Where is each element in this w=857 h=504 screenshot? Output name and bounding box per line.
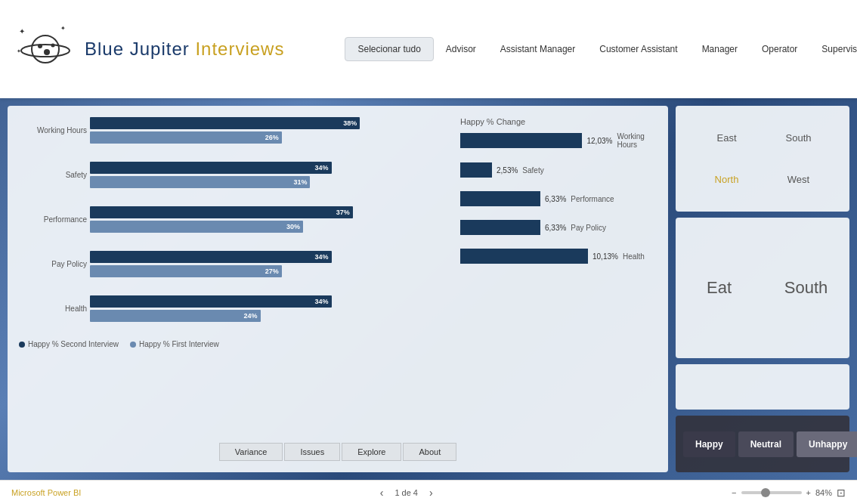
hchange-working-hours: 12,03% Working Hours	[460, 132, 657, 149]
bar-pp-dark: 34%	[90, 251, 332, 263]
footer-right: − + 84% ⊡	[732, 487, 846, 499]
south-label-main: South	[763, 218, 849, 358]
bar-row-paypolicy: Pay Policy 34% 27%	[19, 251, 445, 277]
nav-assistant-manager[interactable]: Assistant Manager	[488, 38, 587, 60]
bar-group-working-hours: Working Hours 38% 26%	[19, 117, 445, 145]
region-west[interactable]: West	[787, 174, 809, 185]
bar-pp-medium: 27%	[90, 265, 282, 277]
bar-group-safety: Safety 34% 31%	[19, 162, 445, 190]
tab-variance[interactable]: Variance	[219, 443, 283, 461]
svg-text:✦: ✦	[60, 25, 66, 32]
eat-label: Eat	[676, 218, 763, 358]
bar-perf-medium: 30%	[90, 221, 303, 233]
power-bi-link[interactable]: Microsoft Power BI	[11, 488, 81, 497]
bar-wh-dark: 38%	[90, 117, 360, 129]
hchange-pct-perf: 6,33%	[545, 195, 566, 203]
hchange-bar-health	[460, 249, 588, 264]
bar-h-dark: 34%	[90, 295, 332, 308]
nav-customer-assistant[interactable]: Customer Assistant	[587, 38, 689, 60]
region-south[interactable]: South	[786, 132, 812, 144]
right-panel: East Eat South North West	[676, 106, 849, 472]
sentiment-unhappy-btn[interactable]: Unhappy	[797, 431, 857, 457]
hchange-lbl-health: Health	[623, 252, 645, 261]
nav-items: Selecionar tudo Advisor Assistant Manage…	[345, 37, 857, 61]
bar-row-health: Health 34% 24%	[19, 295, 445, 322]
charts-row: Working Hours 38% 26%	[19, 117, 657, 437]
hchange-safety: 2,53% Safety	[460, 162, 657, 178]
page-indicator: 1 de 4	[394, 488, 418, 497]
bar-row-working-hours-1: Working Hours 38% 26%	[19, 117, 445, 144]
hchange-lbl-wh: Working Hours	[617, 132, 657, 149]
nav-operator[interactable]: Operator	[750, 38, 809, 60]
svg-text:✦: ✦	[19, 27, 25, 36]
region-west-area[interactable]: West	[763, 159, 834, 200]
nav-supervisor[interactable]: Supervisor	[809, 38, 857, 60]
sentiment-happy-btn[interactable]: Happy	[683, 431, 735, 457]
sentiment-neutral-btn[interactable]: Neutral	[738, 431, 794, 457]
legend-first: Happy % First Interview	[130, 340, 219, 348]
svg-point-5	[38, 44, 42, 48]
hchange-lbl-pp: Pay Policy	[571, 224, 606, 232]
bar-label-health: Health	[19, 305, 87, 313]
bar-group-performance: Performance 37% 30%	[19, 206, 445, 234]
fit-page-icon[interactable]: ⊡	[837, 487, 846, 499]
logo-area: ✦ ✦ ✦ Blue Jupiter Interviews	[15, 19, 284, 79]
empty-panel-2	[676, 364, 849, 410]
content-area: Working Hours 38% 26%	[0, 98, 857, 480]
hchange-lbl-perf: Performance	[571, 195, 614, 203]
happy-change-section: Happy % Change 12,03% Working Hours 2,53…	[460, 117, 657, 437]
header: ✦ ✦ ✦ Blue Jupiter Interviews	[0, 0, 857, 98]
bar-label-safety: Safety	[19, 171, 87, 179]
svg-point-6	[44, 49, 50, 55]
bar-safety-medium: 31%	[90, 176, 310, 188]
main-panel: Working Hours 38% 26%	[8, 106, 668, 472]
zoom-level: 84%	[815, 488, 832, 497]
svg-point-7	[51, 44, 55, 48]
hchange-paypolicy: 6,33% Pay Policy	[460, 220, 657, 235]
nav-manager[interactable]: Manager	[690, 38, 750, 60]
hchange-bar-safety	[460, 162, 492, 178]
app-title: Blue Jupiter Interviews	[85, 39, 284, 60]
bar-row-performance: Performance 37% 30%	[19, 206, 445, 233]
legend-dot-second	[19, 342, 25, 348]
zoom-minus[interactable]: −	[732, 488, 736, 497]
bar-chart-section: Working Hours 38% 26%	[19, 117, 453, 437]
svg-point-4	[32, 36, 59, 63]
region-panel: East Eat South North West	[676, 106, 849, 212]
region-south-area[interactable]: South	[763, 117, 834, 159]
bar-label-performance: Performance	[19, 215, 87, 224]
bar-group-paypolicy: Pay Policy 34% 27%	[19, 251, 445, 279]
tab-issues[interactable]: Issues	[284, 443, 340, 461]
hchange-performance: 6,33% Performance	[460, 191, 657, 206]
hchange-pct-pp: 6,33%	[545, 224, 566, 232]
chart-legend: Happy % Second Interview Happy % First I…	[19, 340, 445, 348]
hchange-bar-perf	[460, 191, 540, 206]
hchange-pct-health: 10,13%	[592, 252, 618, 261]
zoom-slider[interactable]	[741, 491, 802, 494]
empty-panel-1: Eat South	[676, 218, 849, 358]
zoom-plus[interactable]: +	[806, 488, 811, 497]
nav-selecionar[interactable]: Selecionar tudo	[345, 37, 433, 61]
legend-dot-first	[130, 342, 136, 348]
region-north[interactable]: North	[715, 174, 739, 185]
tab-explore[interactable]: Explore	[342, 443, 401, 461]
hchange-lbl-safety: Safety	[522, 166, 543, 175]
hchange-health: 10,13% Health	[460, 249, 657, 264]
bar-label-working-hours: Working Hours	[19, 126, 87, 135]
nav-advisor[interactable]: Advisor	[434, 38, 488, 60]
bar-group-health: Health 34% 24%	[19, 295, 445, 323]
bar-row-safety: Safety 34% 31%	[19, 162, 445, 188]
footer-center: ‹ 1 de 4 ›	[376, 487, 437, 499]
page-prev-btn[interactable]: ‹	[376, 487, 388, 499]
page-next-btn[interactable]: ›	[425, 487, 437, 499]
legend-second: Happy % Second Interview	[19, 340, 119, 348]
region-east-area[interactable]: East Eat	[691, 117, 763, 159]
region-north-area[interactable]: North	[691, 159, 763, 200]
bottom-tabs: Variance Issues Explore About	[19, 443, 657, 461]
bar-wh-medium: 26%	[90, 131, 282, 144]
bar-label-paypolicy: Pay Policy	[19, 260, 87, 268]
hchange-pct-safety: 2,53%	[497, 166, 518, 175]
bar-perf-dark: 37%	[90, 206, 353, 218]
tab-about[interactable]: About	[403, 443, 456, 461]
hchange-bar-pp	[460, 220, 540, 235]
